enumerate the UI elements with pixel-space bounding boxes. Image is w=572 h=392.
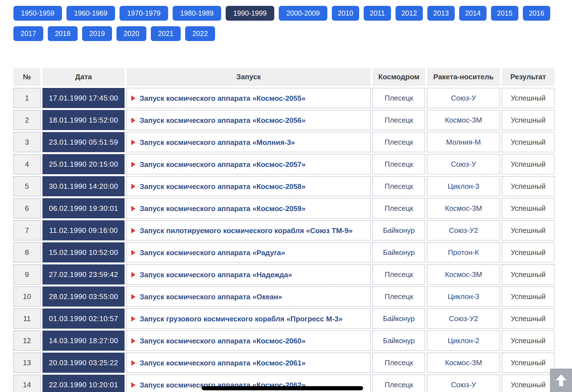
red-triangle-icon bbox=[131, 338, 135, 344]
row-number: 12 bbox=[13, 331, 40, 351]
launch-cell: Запуск космического аппарата «Радуга» bbox=[127, 242, 371, 262]
launch-site: Байконур bbox=[373, 242, 425, 262]
launch-link[interactable]: Запуск космического аппарата «Космос-205… bbox=[140, 160, 306, 168]
year-filter-2000-2009[interactable]: 2000-2009 bbox=[279, 6, 327, 21]
table-row: 1101.03.1990 02:10:57Запуск грузового ко… bbox=[13, 309, 554, 329]
year-filter-2015[interactable]: 2015 bbox=[491, 6, 518, 21]
red-triangle-icon bbox=[131, 228, 135, 233]
year-filter-1990-1999[interactable]: 1990-1999 bbox=[226, 6, 274, 21]
row-number: 14 bbox=[13, 375, 40, 392]
launch-result: Успешный bbox=[502, 353, 554, 373]
row-number: 8 bbox=[13, 242, 40, 262]
row-number: 11 bbox=[13, 309, 40, 329]
row-number: 4 bbox=[13, 154, 40, 174]
table-row: 425.01.1990 20:15:00Запуск космического … bbox=[13, 154, 554, 174]
launch-site: Плесецк bbox=[373, 375, 425, 392]
launch-link[interactable]: Запуск космического аппарата «Океан» bbox=[140, 292, 282, 301]
launch-link[interactable]: Запуск космического аппарата «Космос-205… bbox=[140, 94, 306, 102]
red-triangle-icon bbox=[131, 140, 135, 145]
launch-site: Байконур bbox=[373, 220, 425, 240]
launch-link[interactable]: Запуск космического аппарата «Молния-3» bbox=[140, 138, 295, 146]
launch-datetime: 23.01.1990 05:51:59 bbox=[42, 132, 125, 152]
year-filter-2019[interactable]: 2019 bbox=[82, 26, 112, 41]
launch-vehicle: Союз-У bbox=[427, 154, 500, 174]
year-filter-2014[interactable]: 2014 bbox=[459, 6, 487, 21]
launch-site: Плесецк bbox=[373, 353, 425, 373]
launch-vehicle: Космос-3М bbox=[427, 110, 500, 130]
launch-link[interactable]: Запуск космического аппарата «Радуга» bbox=[140, 248, 285, 257]
launch-link[interactable]: Запуск космического аппарата «Космос-206… bbox=[140, 336, 306, 345]
year-filter-1980-1989[interactable]: 1980-1989 bbox=[173, 6, 221, 21]
launch-datetime: 18.01.1990 15:52:00 bbox=[42, 110, 125, 130]
header-date: Дата bbox=[42, 68, 125, 86]
launch-result: Успешный bbox=[502, 132, 554, 152]
launch-datetime: 30.01.1990 14:20:00 bbox=[42, 176, 125, 196]
launch-result: Успешный bbox=[502, 88, 554, 108]
table-row: 117.01.1990 17:45:00Запуск космического … bbox=[13, 88, 554, 108]
launch-datetime: 25.01.1990 20:15:00 bbox=[42, 154, 125, 174]
year-filter-2018[interactable]: 2018 bbox=[48, 26, 78, 41]
launch-result: Успешный bbox=[502, 264, 554, 285]
red-triangle-icon bbox=[131, 162, 135, 167]
launch-result: Успешный bbox=[502, 331, 554, 351]
launch-cell: Запуск грузового космического корабля «П… bbox=[127, 309, 371, 329]
row-number: 1 bbox=[13, 88, 40, 108]
launch-link[interactable]: Запуск пилотируемого космического корабл… bbox=[140, 226, 352, 235]
launch-cell: Запуск космического аппарата «Надежда» bbox=[127, 264, 371, 285]
launch-link[interactable]: Запуск космического аппарата «Космос-205… bbox=[140, 204, 306, 212]
launch-cell: Запуск пилотируемого космического корабл… bbox=[127, 220, 371, 240]
launch-cell: Запуск космического аппарата «Космос-205… bbox=[127, 88, 371, 108]
launch-link[interactable]: Запуск космического аппарата «Надежда» bbox=[140, 270, 292, 279]
red-triangle-icon bbox=[131, 316, 135, 322]
year-filter-1950-1959[interactable]: 1950-1959 bbox=[13, 6, 62, 21]
bottom-indicator-bar bbox=[202, 386, 363, 390]
table-row: 1214.03.1990 18:27:00Запуск космического… bbox=[13, 331, 554, 351]
launch-datetime: 06.02.1990 19:30:01 bbox=[42, 198, 125, 218]
launch-vehicle: Союз-У bbox=[427, 375, 500, 392]
launch-vehicle: Циклон-2 bbox=[427, 331, 500, 351]
launch-site: Плесецк bbox=[373, 154, 425, 174]
launch-vehicle: Космос-3М bbox=[427, 264, 500, 285]
launch-site: Плесецк bbox=[373, 176, 425, 196]
launch-cell: Запуск космического аппарата «Космос-206… bbox=[127, 331, 371, 351]
launch-vehicle: Циклон-3 bbox=[427, 286, 500, 307]
row-number: 5 bbox=[13, 176, 40, 196]
launch-site: Плесецк bbox=[373, 110, 425, 130]
year-filter-2017[interactable]: 2017 bbox=[13, 26, 43, 41]
launch-site: Плесецк bbox=[373, 198, 425, 218]
launch-vehicle: Космос-3М bbox=[427, 198, 500, 218]
table-row: 1028.02.1990 03:55:00Запуск космического… bbox=[13, 286, 554, 307]
header-launch: Запуск bbox=[127, 68, 371, 86]
launch-link[interactable]: Запуск космического аппарата «Космос-205… bbox=[140, 116, 306, 124]
year-filter-2012[interactable]: 2012 bbox=[395, 6, 423, 21]
launch-vehicle: Протон-К bbox=[427, 242, 500, 262]
launch-link[interactable]: Запуск грузового космического корабля «П… bbox=[140, 314, 343, 323]
row-number: 9 bbox=[13, 264, 40, 285]
year-filter-1960-1969[interactable]: 1960-1969 bbox=[66, 6, 115, 21]
launch-datetime: 11.02.1990 09:16:00 bbox=[42, 220, 125, 240]
launch-site: Байконур bbox=[373, 331, 425, 351]
launch-link[interactable]: Запуск космического аппарата «Космос-206… bbox=[140, 358, 306, 367]
year-filter-2021[interactable]: 2021 bbox=[151, 26, 181, 41]
year-filter-2020[interactable]: 2020 bbox=[116, 26, 146, 41]
scroll-to-top-button[interactable] bbox=[550, 369, 572, 392]
table-row: 323.01.1990 05:51:59Запуск космического … bbox=[13, 132, 554, 152]
year-filter-2013[interactable]: 2013 bbox=[427, 6, 455, 21]
year-filter-2010[interactable]: 2010 bbox=[332, 6, 359, 21]
year-filter-row-2: 201720182019202020212022 bbox=[13, 26, 550, 41]
year-filter-2011[interactable]: 2011 bbox=[364, 6, 391, 21]
launch-cell: Запуск космического аппарата «Молния-3» bbox=[127, 132, 371, 152]
launch-cell: Запуск космического аппарата «Космос-205… bbox=[127, 198, 371, 218]
year-filter-1970-1979[interactable]: 1970-1979 bbox=[120, 6, 168, 21]
launch-site: Плесецк bbox=[373, 132, 425, 152]
header-rocket: Ракета-носитель bbox=[427, 68, 500, 86]
launch-cell: Запуск космического аппарата «Космос-205… bbox=[127, 154, 371, 174]
year-filter-2016[interactable]: 2016 bbox=[523, 6, 550, 21]
red-triangle-icon bbox=[131, 272, 135, 278]
red-triangle-icon bbox=[131, 95, 135, 101]
launch-link[interactable]: Запуск космического аппарата «Космос-205… bbox=[140, 182, 306, 190]
red-triangle-icon bbox=[131, 118, 135, 123]
year-filter-2022[interactable]: 2022 bbox=[185, 26, 215, 41]
launch-result: Успешный bbox=[502, 286, 554, 307]
launch-datetime: 01.03.1990 02:10:57 bbox=[42, 309, 125, 329]
